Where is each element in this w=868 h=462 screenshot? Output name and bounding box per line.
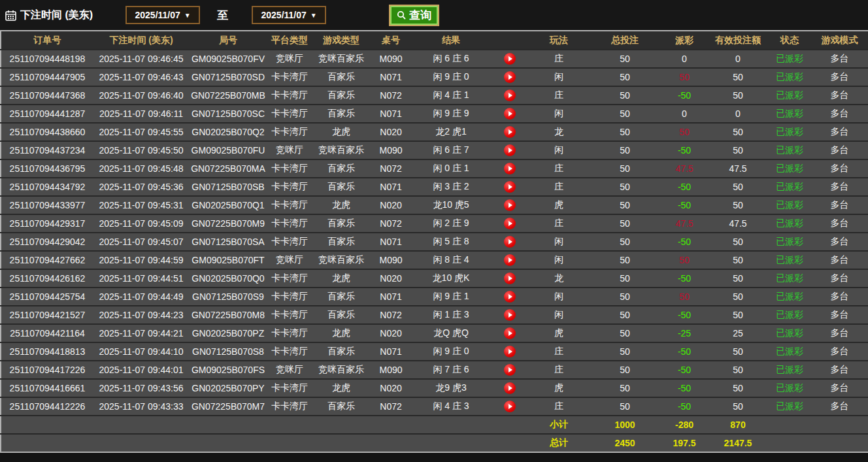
game-type-cell: 百家乐 [312,105,371,123]
play-video-button[interactable] [504,163,516,174]
bet-time-cell: 2025-11-07 09:43:56 [93,379,189,397]
play-icon [509,203,512,208]
table-header-row: 订单号 下注时间 (美东) 局号 平台类型 游戏类型 桌号 结果 玩法 总投注 … [1,31,868,50]
video-cell [491,251,529,269]
result-cell: 闲 9 庄 0 [411,342,491,361]
video-cell [491,178,529,196]
video-cell [491,86,529,105]
play-video-button[interactable] [504,401,516,412]
video-cell [491,68,529,86]
game-mode-cell: 多台 [811,233,868,251]
table-row: 251107094412226 2025-11-07 09:43:33 GN07… [1,397,868,416]
table-no-cell: N071 [371,178,411,196]
game-type-cell: 百家乐 [312,178,371,196]
valid-bet-cell: 50 [708,141,768,159]
video-cell [491,105,529,123]
bet-time-cell: 2025-11-07 09:45:36 [93,178,189,196]
status-cell: 已派彩 [768,269,811,288]
play-video-button[interactable] [504,126,516,138]
header-table-no: 桌号 [371,31,411,50]
query-button[interactable]: 查询 [389,5,439,26]
status-cell: 已派彩 [768,214,811,233]
game-mode-cell: 多台 [811,178,868,196]
play-video-button[interactable] [504,218,516,229]
platform-type-cell: 卡卡湾厅 [267,306,312,324]
play-video-button[interactable] [504,382,516,394]
round-no-cell: GN07125B070S8 [189,342,267,361]
status-cell: 已派彩 [768,105,811,123]
round-no-cell: GN07125B070S9 [189,288,267,306]
play-video-button[interactable] [504,236,516,248]
table-row: 251107094418813 2025-11-07 09:44:10 GN07… [1,342,868,361]
bet-time-cell: 2025-11-07 09:46:43 [93,68,189,86]
total-bet-cell: 50 [589,123,661,141]
play-video-button[interactable] [504,71,516,83]
video-cell [491,123,529,141]
payout-cell: 50 [661,123,708,141]
valid-bet-cell: 50 [708,342,768,361]
total-bet-cell: 50 [589,361,661,379]
play-video-button[interactable] [504,291,516,303]
play-video-button[interactable] [504,272,516,284]
header-video [491,31,529,50]
play-video-button[interactable] [504,364,516,376]
play-video-button[interactable] [504,254,516,266]
chevron-down-icon: ▼ [184,12,191,19]
valid-bet-cell: 50 [708,123,768,141]
play-type-cell: 庄 [529,159,589,178]
payout-cell: -50 [661,196,708,214]
valid-bet-cell: 0 [708,50,768,68]
result-cell: 龙10 虎K [411,269,491,288]
order-no-cell: 251107094418813 [1,342,93,361]
header-game-mode: 游戏模式 [811,31,868,50]
payout-cell: -25 [661,324,708,342]
play-video-button[interactable] [504,53,516,65]
order-no-cell: 251107094438660 [1,123,93,141]
play-video-button[interactable] [504,309,516,321]
play-icon [509,148,512,153]
status-cell: 已派彩 [768,306,811,324]
header-platform-type: 平台类型 [267,31,312,50]
bet-time-cell: 2025-11-07 09:45:55 [93,123,189,141]
round-no-cell: GN07225B070M9 [189,214,267,233]
grand-total-valid-bet: 2147.5 [708,434,768,452]
play-video-button[interactable] [504,199,516,211]
valid-bet-cell: 50 [708,251,768,269]
game-type-cell: 百家乐 [312,397,371,416]
round-no-cell: GM09025B070FT [189,251,267,269]
play-video-button[interactable] [504,181,516,193]
play-video-button[interactable] [504,90,516,101]
date-to-select[interactable]: 2025/11/07 ▼ [252,6,326,24]
play-video-button[interactable] [504,108,516,120]
grand-total-payout: 197.5 [661,434,708,452]
bet-time-cell: 2025-11-07 09:45:50 [93,141,189,159]
status-cell: 已派彩 [768,342,811,361]
table-row: 251107094437234 2025-11-07 09:45:50 GM09… [1,141,868,159]
bet-time-cell: 2025-11-07 09:44:21 [93,324,189,342]
play-video-button[interactable] [504,346,516,357]
game-type-cell: 百家乐 [312,86,371,105]
table-row: 251107094421527 2025-11-07 09:44:23 GN07… [1,306,868,324]
date-from-select[interactable]: 2025/11/07 ▼ [125,6,200,24]
play-type-cell: 虎 [529,379,589,397]
result-cell: 龙Q 虎Q [411,324,491,342]
play-icon [509,276,512,281]
table-row: 251107094441287 2025-11-07 09:46:11 GN07… [1,105,868,123]
filter-bar: 下注时间 (美东) 2025/11/07 ▼ 至 2025/11/07 ▼ 查询 [0,0,868,30]
play-video-button[interactable] [504,144,516,156]
table-no-cell: M090 [371,141,411,159]
table-row: 251107094417226 2025-11-07 09:44:01 GM09… [1,361,868,379]
valid-bet-cell: 50 [708,379,768,397]
order-no-cell: 251107094429042 [1,233,93,251]
table-no-cell: N020 [371,324,411,342]
round-no-cell: GN07125B070SA [189,233,267,251]
table-row: 251107094433977 2025-11-07 09:45:31 GN02… [1,196,868,214]
round-no-cell: GN02025B070PZ [189,324,267,342]
subtotal-valid-bet: 870 [708,416,768,434]
status-cell: 已派彩 [768,233,811,251]
valid-bet-cell: 0 [708,105,768,123]
play-video-button[interactable] [504,327,516,339]
table-row: 251107094425754 2025-11-07 09:44:49 GN07… [1,288,868,306]
result-cell: 闲 4 庄 1 [411,86,491,105]
result-cell: 闲 5 庄 8 [411,233,491,251]
